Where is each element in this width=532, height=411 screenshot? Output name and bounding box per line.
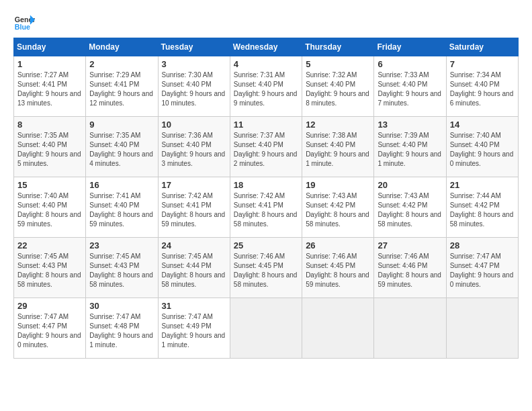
sunrise-label: Sunrise: 7:35 AM bbox=[17, 132, 69, 139]
day-number: 12 bbox=[306, 120, 370, 130]
sunset-label: Sunset: 4:40 PM bbox=[162, 141, 212, 148]
table-row: 24 Sunrise: 7:45 AM Sunset: 4:44 PM Dayl… bbox=[158, 238, 230, 298]
table-row: 22 Sunrise: 7:45 AM Sunset: 4:43 PM Dayl… bbox=[14, 238, 86, 298]
daylight-label: Daylight: 9 hours and 9 minutes. bbox=[234, 90, 298, 107]
day-number: 13 bbox=[378, 120, 442, 130]
table-row: 9 Sunrise: 7:35 AM Sunset: 4:40 PM Dayli… bbox=[86, 117, 158, 177]
daylight-label: Daylight: 9 hours and 6 minutes. bbox=[450, 90, 514, 107]
table-row: 25 Sunrise: 7:46 AM Sunset: 4:45 PM Dayl… bbox=[230, 238, 302, 298]
sunset-label: Sunset: 4:45 PM bbox=[306, 262, 355, 269]
table-row: 16 Sunrise: 7:41 AM Sunset: 4:40 PM Dayl… bbox=[86, 177, 158, 238]
day-number: 15 bbox=[17, 180, 82, 190]
cell-content: Sunrise: 7:27 AM Sunset: 4:41 PM Dayligh… bbox=[17, 71, 82, 108]
sunrise-label: Sunrise: 7:45 AM bbox=[162, 253, 213, 260]
sunrise-label: Sunrise: 7:30 AM bbox=[162, 71, 213, 79]
sunset-label: Sunset: 4:42 PM bbox=[450, 201, 500, 209]
daylight-label: Daylight: 8 hours and 58 minutes. bbox=[162, 271, 226, 288]
day-number: 22 bbox=[17, 240, 82, 250]
sunrise-label: Sunrise: 7:27 AM bbox=[17, 71, 69, 79]
sunrise-label: Sunrise: 7:45 AM bbox=[89, 253, 140, 260]
cell-content: Sunrise: 7:35 AM Sunset: 4:40 PM Dayligh… bbox=[89, 131, 154, 169]
table-row: 2 Sunrise: 7:29 AM Sunset: 4:41 PM Dayli… bbox=[86, 56, 158, 117]
day-number: 26 bbox=[306, 240, 370, 250]
sunset-label: Sunset: 4:40 PM bbox=[378, 141, 427, 148]
calendar-week-4: 22 Sunrise: 7:45 AM Sunset: 4:43 PM Dayl… bbox=[14, 238, 519, 298]
cell-content: Sunrise: 7:31 AM Sunset: 4:40 PM Dayligh… bbox=[234, 71, 298, 108]
table-row: 21 Sunrise: 7:44 AM Sunset: 4:42 PM Dayl… bbox=[446, 177, 518, 238]
sunset-label: Sunset: 4:41 PM bbox=[234, 201, 283, 209]
day-number: 6 bbox=[378, 59, 442, 69]
sunset-label: Sunset: 4:48 PM bbox=[89, 322, 139, 330]
sunrise-label: Sunrise: 7:47 AM bbox=[17, 313, 69, 320]
day-number: 24 bbox=[162, 240, 226, 250]
daylight-label: Daylight: 8 hours and 58 minutes. bbox=[450, 211, 514, 228]
sunset-label: Sunset: 4:40 PM bbox=[17, 141, 67, 148]
table-row: 12 Sunrise: 7:38 AM Sunset: 4:40 PM Dayl… bbox=[302, 117, 374, 177]
day-number: 21 bbox=[450, 180, 515, 190]
sunrise-label: Sunrise: 7:47 AM bbox=[89, 313, 140, 320]
daylight-label: Daylight: 8 hours and 58 minutes. bbox=[378, 211, 441, 228]
day-number: 10 bbox=[162, 120, 226, 130]
table-row: 27 Sunrise: 7:46 AM Sunset: 4:46 PM Dayl… bbox=[374, 238, 446, 298]
cell-content: Sunrise: 7:44 AM Sunset: 4:42 PM Dayligh… bbox=[450, 191, 515, 229]
sunrise-label: Sunrise: 7:40 AM bbox=[17, 192, 69, 199]
table-row: 17 Sunrise: 7:42 AM Sunset: 4:41 PM Dayl… bbox=[158, 177, 230, 238]
sunset-label: Sunset: 4:40 PM bbox=[234, 81, 283, 88]
svg-text:Blue: Blue bbox=[15, 23, 30, 31]
table-row: 6 Sunrise: 7:33 AM Sunset: 4:40 PM Dayli… bbox=[374, 56, 446, 117]
sunrise-label: Sunrise: 7:35 AM bbox=[89, 132, 140, 139]
sunrise-label: Sunrise: 7:33 AM bbox=[378, 71, 429, 79]
table-row: 3 Sunrise: 7:30 AM Sunset: 4:40 PM Dayli… bbox=[158, 56, 230, 117]
daylight-label: Daylight: 8 hours and 58 minutes. bbox=[234, 271, 298, 288]
daylight-label: Daylight: 8 hours and 59 minutes. bbox=[89, 211, 153, 228]
sunrise-label: Sunrise: 7:32 AM bbox=[306, 71, 357, 79]
sunrise-label: Sunrise: 7:46 AM bbox=[306, 253, 357, 260]
sunset-label: Sunset: 4:42 PM bbox=[306, 201, 355, 209]
calendar-week-2: 8 Sunrise: 7:35 AM Sunset: 4:40 PM Dayli… bbox=[14, 117, 519, 177]
daylight-label: Daylight: 9 hours and 0 minutes. bbox=[450, 150, 514, 167]
daylight-label: Daylight: 8 hours and 59 minutes. bbox=[162, 211, 226, 228]
sunrise-label: Sunrise: 7:47 AM bbox=[162, 313, 213, 320]
page-header: General Blue bbox=[13, 13, 519, 32]
sunset-label: Sunset: 4:40 PM bbox=[306, 81, 355, 88]
table-row: 19 Sunrise: 7:43 AM Sunset: 4:42 PM Dayl… bbox=[302, 177, 374, 238]
day-number: 19 bbox=[306, 180, 370, 190]
day-number: 29 bbox=[17, 301, 82, 311]
daylight-label: Daylight: 9 hours and 7 minutes. bbox=[378, 90, 441, 107]
cell-content: Sunrise: 7:43 AM Sunset: 4:42 PM Dayligh… bbox=[378, 191, 442, 229]
sunset-label: Sunset: 4:46 PM bbox=[378, 262, 427, 269]
sunset-label: Sunset: 4:42 PM bbox=[378, 201, 427, 209]
table-row: 5 Sunrise: 7:32 AM Sunset: 4:40 PM Dayli… bbox=[302, 56, 374, 117]
sunrise-label: Sunrise: 7:39 AM bbox=[378, 132, 429, 139]
cell-content: Sunrise: 7:34 AM Sunset: 4:40 PM Dayligh… bbox=[450, 71, 515, 108]
logo-icon: General Blue bbox=[13, 13, 35, 32]
daylight-label: Daylight: 9 hours and 12 minutes. bbox=[89, 90, 153, 107]
cell-content: Sunrise: 7:46 AM Sunset: 4:45 PM Dayligh… bbox=[306, 252, 370, 289]
sunrise-label: Sunrise: 7:44 AM bbox=[450, 192, 501, 199]
sunset-label: Sunset: 4:40 PM bbox=[378, 81, 427, 88]
cell-content: Sunrise: 7:47 AM Sunset: 4:47 PM Dayligh… bbox=[17, 312, 82, 350]
table-row: 7 Sunrise: 7:34 AM Sunset: 4:40 PM Dayli… bbox=[446, 56, 518, 117]
sunrise-label: Sunrise: 7:29 AM bbox=[89, 71, 140, 79]
cell-content: Sunrise: 7:38 AM Sunset: 4:40 PM Dayligh… bbox=[306, 131, 370, 169]
day-number: 4 bbox=[234, 59, 298, 69]
col-header-monday: Monday bbox=[86, 38, 158, 56]
daylight-label: Daylight: 9 hours and 0 minutes. bbox=[17, 332, 81, 349]
day-number: 11 bbox=[234, 120, 298, 130]
sunset-label: Sunset: 4:40 PM bbox=[450, 81, 500, 88]
cell-content: Sunrise: 7:47 AM Sunset: 4:47 PM Dayligh… bbox=[450, 252, 515, 289]
col-header-thursday: Thursday bbox=[302, 38, 374, 56]
day-number: 25 bbox=[234, 240, 298, 250]
col-header-friday: Friday bbox=[374, 38, 446, 56]
table-row: 10 Sunrise: 7:36 AM Sunset: 4:40 PM Dayl… bbox=[158, 117, 230, 177]
sunset-label: Sunset: 4:43 PM bbox=[17, 262, 67, 269]
day-number: 14 bbox=[450, 120, 515, 130]
sunrise-label: Sunrise: 7:42 AM bbox=[162, 192, 213, 199]
table-row: 20 Sunrise: 7:43 AM Sunset: 4:42 PM Dayl… bbox=[374, 177, 446, 238]
cell-content: Sunrise: 7:29 AM Sunset: 4:41 PM Dayligh… bbox=[89, 71, 154, 108]
daylight-label: Daylight: 8 hours and 58 minutes. bbox=[234, 211, 298, 228]
daylight-label: Daylight: 9 hours and 3 minutes. bbox=[162, 150, 226, 167]
daylight-label: Daylight: 9 hours and 5 minutes. bbox=[17, 150, 81, 167]
sunset-label: Sunset: 4:49 PM bbox=[162, 322, 212, 330]
table-row: 14 Sunrise: 7:40 AM Sunset: 4:40 PM Dayl… bbox=[446, 117, 518, 177]
